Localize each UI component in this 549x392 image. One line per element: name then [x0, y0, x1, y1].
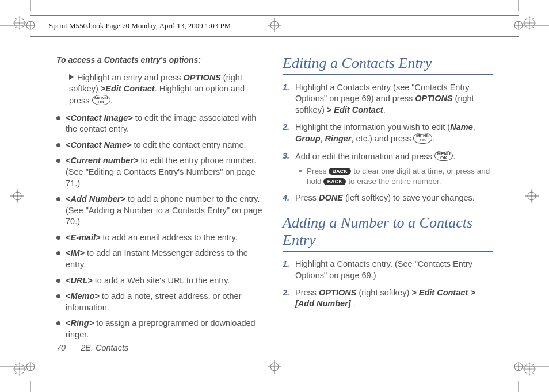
lead-text-pre: Highlight an entry and press	[77, 73, 184, 82]
options-key-label: OPTIONS	[184, 73, 221, 82]
starburst-icon	[12, 15, 28, 31]
option-tag: <Ring>	[66, 318, 94, 328]
field-group: Group	[295, 134, 321, 143]
list-item: <E-mail> to add an email address to the …	[56, 232, 266, 244]
crop-header-text: Sprint M550.book Page 70 Monday, April 1…	[49, 21, 231, 31]
option-tag: <IM>	[66, 248, 85, 258]
step-text: .	[383, 105, 386, 114]
heading-editing: Editing a Contacts Entry	[283, 55, 493, 75]
left-column: To access a Contacts entry's options: Hi…	[56, 55, 266, 355]
option-desc: to assign a preprogrammed or downloaded …	[66, 318, 256, 339]
step-item: Highlight a Contacts entry. (See "Contac…	[283, 259, 493, 281]
option-list: <Contact Image> to edit the image associ…	[56, 113, 266, 341]
step-text: Highlight the information you wish to ed…	[295, 122, 450, 132]
step-item: Press DONE (left softkey) to save your c…	[283, 193, 493, 204]
list-item: <IM> to add an Instant Messenger address…	[56, 248, 266, 270]
list-item: <Add Number> to add a phone number to th…	[56, 194, 266, 228]
page-footer: 702E. Contacts	[56, 343, 128, 354]
step-text: .	[453, 152, 455, 161]
starburst-icon	[12, 361, 28, 377]
step-text: .	[351, 299, 356, 308]
edit-contact-label: Edit Contact	[331, 105, 383, 114]
sub-text: Press	[307, 167, 329, 175]
sub-text: to erase the entire number.	[346, 177, 441, 186]
step-text: (right softkey)	[356, 288, 411, 297]
step-item: Press OPTIONS (right softkey) > Edit Con…	[283, 287, 493, 310]
starburst-icon	[521, 361, 537, 377]
option-desc: to edit the contact entry name.	[131, 140, 246, 149]
sub-step: Press BACK to clear one digit at a time,…	[299, 166, 493, 187]
list-item: <Contact Name> to edit the contact entry…	[56, 140, 266, 151]
step-item: Add or edit the information and press ME…	[283, 151, 493, 187]
step-text: ,	[473, 122, 475, 132]
list-item: <Contact Image> to edit the image associ…	[56, 113, 266, 135]
done-key-label: DONE	[319, 193, 343, 202]
gt-symbol: >	[327, 105, 331, 114]
option-desc: to add an Instant Messenger address to t…	[66, 248, 248, 269]
list-item: <Memo> to add a note, street address, or…	[56, 291, 266, 313]
lead-step: Highlight an entry and press OPTIONS (ri…	[56, 72, 266, 107]
step-text: Press	[295, 193, 319, 202]
step-text: , etc.) and press	[351, 134, 413, 143]
triangle-bullet-icon	[69, 73, 77, 82]
step-item: Highlight the information you wish to ed…	[283, 122, 493, 145]
step-text: ,	[321, 134, 325, 143]
edit-contact-label: Edit Contact	[417, 288, 470, 297]
list-item: <URL> to add a Web site's URL to the ent…	[56, 275, 266, 287]
step-text: Highlight a Contacts entry. (See "Contac…	[295, 259, 472, 280]
edit-contact-label: Edit Contact	[105, 84, 154, 93]
add-number-label: [Add Number]	[295, 299, 351, 308]
steps-adding: Highlight a Contacts entry. (See "Contac…	[283, 259, 493, 309]
option-tag: <E-mail>	[66, 233, 100, 242]
page-number: 70	[56, 343, 66, 352]
option-tag: <Memo>	[66, 291, 100, 301]
options-key-label: OPTIONS	[415, 94, 452, 103]
gt-symbol: >	[101, 84, 105, 93]
option-tag: <Contact Name>	[66, 140, 131, 149]
back-key-icon: BACK	[323, 178, 346, 185]
option-desc: to add an email address to the entry.	[100, 233, 237, 242]
option-desc: to add a Web site's URL to the entry.	[93, 276, 230, 285]
step-text: Press	[295, 288, 319, 297]
steps-editing: Highlight a Contacts entry (see "Contact…	[283, 82, 493, 204]
options-key-label: OPTIONS	[319, 288, 356, 297]
menu-ok-key-icon: MENUOK	[92, 95, 111, 105]
field-name: Name	[450, 122, 473, 132]
section-title: 2E. Contacts	[81, 343, 128, 352]
starburst-icon	[521, 15, 537, 31]
field-ringer: Ringer	[325, 134, 352, 143]
gt-symbol: >	[411, 288, 416, 297]
menu-ok-key-icon: MENUOK	[434, 151, 453, 161]
option-tag: <Add Number>	[66, 194, 125, 203]
lead-text-end: .	[110, 96, 113, 105]
heading-adding: Adding a Number to a Contacts Entry	[283, 214, 493, 252]
option-tag: <Current number>	[66, 156, 139, 165]
option-tag: <Contact Image>	[66, 113, 133, 122]
step-text: .	[432, 134, 434, 143]
right-column: Editing a Contacts Entry Highlight a Con…	[283, 55, 493, 355]
menu-ok-key-icon: MENUOK	[413, 133, 432, 143]
page-body: To access a Contacts entry's options: Hi…	[56, 55, 493, 355]
step-text: Add or edit the information and press	[295, 152, 434, 161]
gt-symbol: >	[470, 288, 475, 297]
back-key-icon: BACK	[329, 168, 351, 175]
crop-header: Sprint M550.book Page 70 Monday, April 1…	[30, 15, 518, 37]
left-intro: To access a Contacts entry's options:	[56, 55, 266, 66]
step-text: (left softkey) to save your changes.	[343, 193, 475, 202]
option-tag: <URL>	[66, 276, 93, 285]
list-item: <Current number> to edit the entry phone…	[56, 155, 266, 189]
step-item: Highlight a Contacts entry (see "Contact…	[283, 82, 493, 116]
list-item: <Ring> to assign a preprogrammed or down…	[56, 318, 266, 340]
